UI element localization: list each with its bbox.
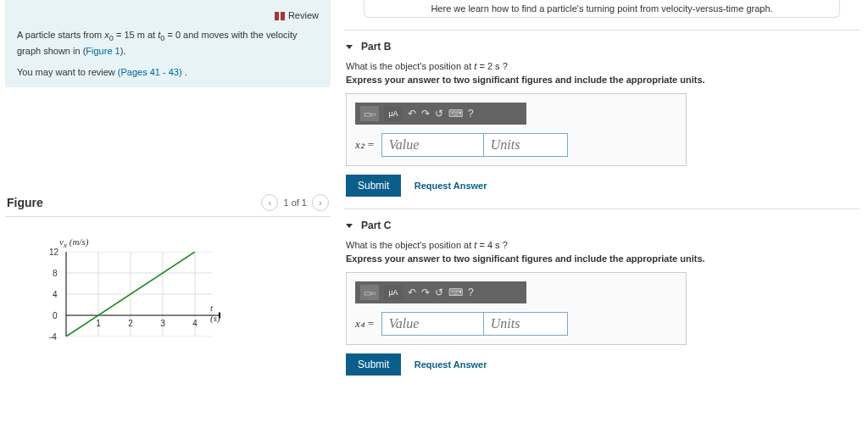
- question-b: What is the object's position at t = 2 s…: [346, 61, 858, 71]
- y-axis-label: vx (m/s): [59, 236, 88, 247]
- value-input-c[interactable]: [381, 312, 483, 336]
- xtick: 1: [96, 319, 101, 328]
- part-title: Part C: [361, 220, 391, 231]
- submit-button-b[interactable]: Submit: [346, 175, 401, 197]
- template-button[interactable]: ▭▭: [360, 106, 379, 121]
- formula-toolbar: ▭▭ μA ↶ ↷ ↺ ⌨ ?: [355, 103, 526, 125]
- intro-text: A particle starts from x0 = 15 m at t0 =…: [17, 28, 319, 58]
- question-c: What is the object's position at t = 4 s…: [346, 240, 858, 250]
- ytick: 0: [53, 310, 58, 320]
- request-answer-b[interactable]: Request Answer: [415, 181, 487, 191]
- units-input-b[interactable]: [483, 133, 568, 157]
- value-input-b[interactable]: [381, 133, 483, 157]
- undo-icon[interactable]: ↶: [408, 108, 416, 120]
- redo-icon[interactable]: ↷: [421, 108, 430, 120]
- pager-text: 1 of 1: [283, 198, 307, 208]
- keyboard-icon[interactable]: ⌨: [448, 287, 463, 298]
- ytick: 8: [53, 268, 58, 277]
- reset-icon[interactable]: ↺: [435, 108, 443, 120]
- answer-lhs: x₄ =: [355, 317, 375, 331]
- review-icon: [275, 12, 285, 20]
- instruction-c: Express your answer to two significant f…: [346, 253, 858, 264]
- units-symbol-button[interactable]: μA: [384, 285, 403, 300]
- undo-icon[interactable]: ↶: [408, 287, 416, 298]
- xtick: 4: [192, 319, 198, 328]
- part-b: Part B What is the object's position at …: [344, 30, 860, 209]
- submit-button-c[interactable]: Submit: [346, 353, 401, 376]
- chevron-down-icon[interactable]: [346, 45, 353, 49]
- chevron-down-icon[interactable]: [346, 224, 353, 228]
- answer-box-b: ▭▭ μA ↶ ↷ ↺ ⌨ ? x₂ =: [346, 93, 687, 166]
- ytick: 4: [53, 289, 58, 298]
- units-input-c[interactable]: [483, 312, 568, 336]
- request-answer-c[interactable]: Request Answer: [415, 359, 487, 370]
- x-axis-label: t (s): [210, 303, 220, 323]
- help-icon[interactable]: ?: [468, 108, 474, 120]
- reset-icon[interactable]: ↺: [435, 287, 443, 298]
- xtick: 3: [160, 319, 165, 328]
- pages-link[interactable]: (Pages 41 - 43): [118, 67, 182, 77]
- ytick: -4: [49, 331, 57, 341]
- next-figure-button[interactable]: ›: [312, 194, 329, 211]
- figure-heading: Figure: [7, 196, 43, 209]
- redo-icon[interactable]: ↷: [421, 287, 430, 298]
- answer-lhs: x₂ =: [355, 138, 375, 152]
- part-title: Part B: [361, 41, 391, 53]
- part-c: Part C What is the object's position at …: [344, 209, 860, 387]
- keyboard-icon[interactable]: ⌨: [448, 108, 463, 120]
- figure-link[interactable]: Figure 1: [86, 46, 120, 56]
- template-button[interactable]: ▭▭: [360, 285, 379, 300]
- help-icon[interactable]: ?: [468, 287, 474, 298]
- ytick: 12: [49, 247, 58, 256]
- formula-toolbar: ▭▭ μA ↶ ↷ ↺ ⌨ ?: [355, 281, 526, 303]
- answer-box-c: ▭▭ μA ↶ ↷ ↺ ⌨ ? x₄ =: [346, 272, 687, 345]
- review-link[interactable]: Review: [17, 8, 319, 23]
- instruction-b: Express your answer to two significant f…: [346, 75, 858, 85]
- velocity-chart: vx (m/s): [59, 236, 254, 336]
- units-symbol-button[interactable]: μA: [384, 106, 403, 121]
- svg-rect-1: [281, 12, 285, 20]
- xtick: 2: [128, 319, 133, 328]
- problem-intro: Review A particle starts from x0 = 15 m …: [5, 0, 331, 87]
- figure-pager: ‹ 1 of 1 ›: [261, 194, 329, 211]
- lesson-note: Here we learn how to find a particle's t…: [364, 0, 840, 18]
- svg-rect-0: [275, 12, 279, 20]
- hint-text: You may want to review (Pages 41 - 43) .: [17, 65, 319, 80]
- prev-figure-button[interactable]: ‹: [261, 194, 278, 211]
